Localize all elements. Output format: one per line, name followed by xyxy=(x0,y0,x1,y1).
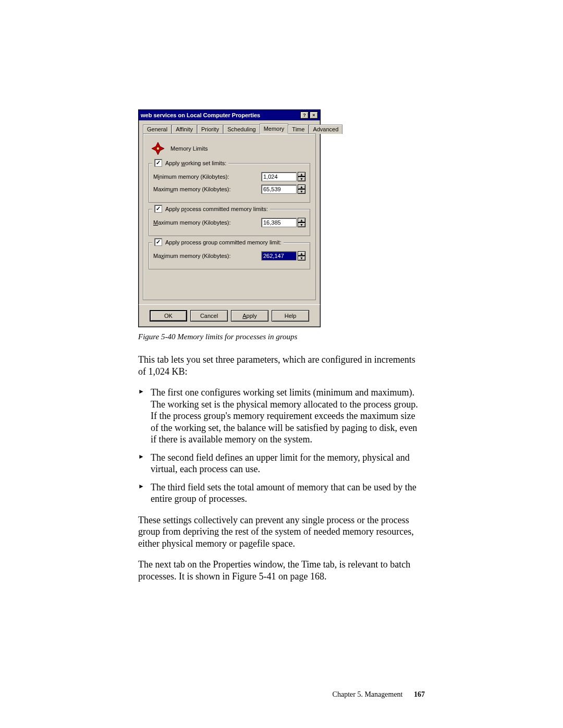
list-item: The second field defines an upper limit … xyxy=(138,452,425,475)
window-title: web services on Local Computer Propertie… xyxy=(141,112,260,118)
tab-memory[interactable]: Memory xyxy=(260,124,289,134)
help-button-bottom[interactable]: Help xyxy=(272,310,309,322)
spin-down-icon[interactable]: ▼ xyxy=(298,223,305,227)
label-min-memory: Minimum memory (Kilobytes): xyxy=(153,174,229,180)
tab-strip: General Affinity Priority Scheduling Mem… xyxy=(143,124,316,134)
cancel-button[interactable]: Cancel xyxy=(190,310,228,322)
chapter-label: Chapter 5. Management xyxy=(333,690,403,698)
label-max-memory-group: Maximum memory (Kilobytes): xyxy=(153,253,231,259)
memory-icon xyxy=(151,141,165,156)
label-max-memory-proc: Maximum memory (Kilobytes): xyxy=(153,219,231,226)
input-max-memory-group[interactable] xyxy=(261,251,297,261)
page-number: 167 xyxy=(414,690,425,698)
tab-time[interactable]: Time xyxy=(288,125,309,134)
titlebar: web services on Local Computer Propertie… xyxy=(139,110,320,120)
group-legend-group-commit: Apply process group committed memory lim… xyxy=(165,239,282,245)
memory-tab-panel: Memory Limits ✓ Apply working set limits… xyxy=(143,133,316,300)
paragraph: The next tab on the Properties window, t… xyxy=(138,559,425,582)
svg-point-1 xyxy=(156,147,160,150)
group-process-commit: ✓ Apply process committed memory limits:… xyxy=(149,209,310,236)
label-max-memory-ws: Maximum memory (Kilobytes): xyxy=(153,186,231,192)
checkbox-group-commit[interactable]: ✓ xyxy=(154,238,162,246)
input-max-memory-proc[interactable] xyxy=(261,218,297,227)
help-button[interactable]: ? xyxy=(300,112,309,119)
tab-priority[interactable]: Priority xyxy=(197,125,223,134)
spin-up-icon[interactable]: ▲ xyxy=(298,218,305,223)
button-bar: OK Cancel Apply Help xyxy=(139,304,320,327)
apply-button[interactable]: Apply xyxy=(231,310,268,322)
paragraph: This tab lets you set three parameters, … xyxy=(138,354,425,377)
ok-button[interactable]: OK xyxy=(150,310,187,322)
paragraph: These settings collectively can prevent … xyxy=(138,514,425,550)
spin-up-icon[interactable]: ▲ xyxy=(298,251,305,256)
bullet-list: The first one configures working set lim… xyxy=(138,387,425,505)
tab-general[interactable]: General xyxy=(143,125,172,134)
tab-scheduling[interactable]: Scheduling xyxy=(223,125,260,134)
tab-advanced[interactable]: Advanced xyxy=(309,125,342,134)
spin-down-icon[interactable]: ▼ xyxy=(298,189,305,194)
group-legend-working-set: Apply working set limits: xyxy=(165,160,226,166)
spin-up-icon[interactable]: ▲ xyxy=(298,172,305,177)
group-legend-process-commit: Apply process committed memory limits: xyxy=(165,206,268,212)
list-item: The third field sets the total amount of… xyxy=(138,482,425,505)
input-min-memory[interactable] xyxy=(261,172,297,181)
page-footer: Chapter 5. Management 167 xyxy=(333,690,425,699)
list-item: The first one configures working set lim… xyxy=(138,387,425,446)
group-working-set: ✓ Apply working set limits: Minimum memo… xyxy=(149,163,310,203)
spin-down-icon[interactable]: ▼ xyxy=(298,256,305,261)
tab-affinity[interactable]: Affinity xyxy=(172,125,197,134)
spin-up-icon[interactable]: ▲ xyxy=(298,184,305,189)
group-group-commit: ✓ Apply process group committed memory l… xyxy=(149,242,310,269)
properties-dialog: web services on Local Computer Propertie… xyxy=(138,109,321,327)
spin-down-icon[interactable]: ▼ xyxy=(298,177,305,181)
figure-caption: Figure 5-40 Memory limits for processes … xyxy=(138,332,425,341)
panel-heading: Memory Limits xyxy=(170,145,208,152)
close-button[interactable]: × xyxy=(310,112,318,119)
checkbox-process-commit[interactable]: ✓ xyxy=(154,205,162,213)
checkbox-working-set[interactable]: ✓ xyxy=(154,159,162,167)
input-max-memory-ws[interactable] xyxy=(261,184,297,194)
